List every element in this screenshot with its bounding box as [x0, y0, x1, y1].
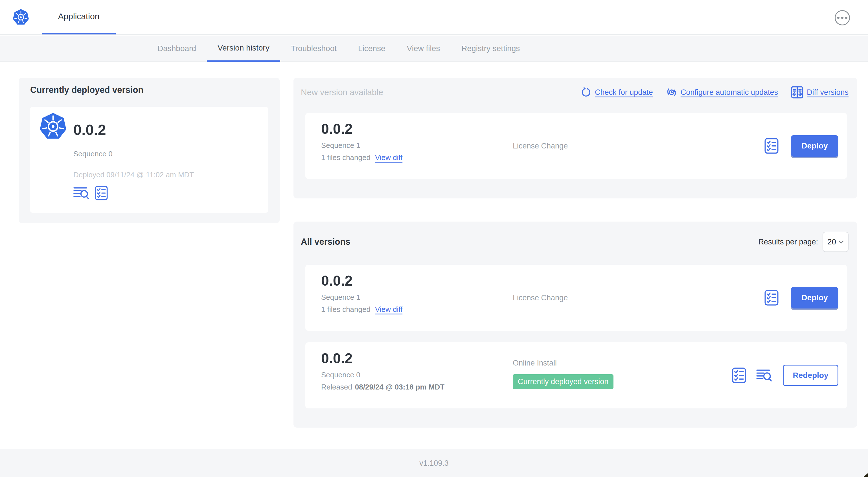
- check-for-update-link[interactable]: Check for update: [581, 87, 653, 98]
- diff-icon: [791, 86, 803, 98]
- app-header: Application: [0, 0, 868, 35]
- app-tab-application[interactable]: Application: [42, 0, 116, 34]
- new-version-card: 0.0.2 Sequence 1 1 files changed View di…: [305, 113, 847, 179]
- version-row: 0.0.2 Sequence 0 Released 08/29/24 @ 03:…: [305, 342, 847, 409]
- deployed-version-number: 0.0.2: [73, 121, 106, 138]
- refresh-icon: [581, 87, 591, 98]
- version-row: 0.0.2 Sequence 1 1 files changed View di…: [305, 265, 847, 331]
- version-number: 0.0.2: [321, 350, 444, 367]
- tab-license[interactable]: License: [347, 35, 396, 62]
- install-type-label: Online Install: [513, 359, 614, 367]
- redeploy-button[interactable]: Redeploy: [783, 365, 838, 386]
- files-changed-label: 1 files changed: [321, 153, 371, 162]
- sequence-label: Sequence 1: [321, 141, 402, 150]
- deployed-timestamp: Deployed 09/11/24 @ 11:02 am MDT: [73, 171, 194, 179]
- cursor-artifact: [864, 473, 868, 477]
- new-version-panel: New version available Check for update C…: [293, 78, 857, 199]
- more-options-button[interactable]: [835, 10, 850, 25]
- release-notes-icon: [732, 367, 746, 383]
- view-diff-link[interactable]: View diff: [375, 153, 402, 162]
- results-per-page-value: 20: [827, 237, 836, 246]
- view-logs-button[interactable]: [756, 369, 773, 382]
- files-changed-label: 1 files changed: [321, 305, 371, 314]
- currently-deployed-panel: Currently deployed version 0.0.2 Sequenc…: [19, 78, 280, 223]
- app-tab-label: Application: [58, 11, 100, 21]
- chevron-down-icon: [839, 240, 844, 244]
- release-notes-button[interactable]: [732, 367, 746, 383]
- tab-view-files[interactable]: View files: [396, 35, 451, 62]
- ellipsis-icon: [837, 17, 839, 19]
- results-per-page-select[interactable]: 20: [823, 232, 848, 252]
- deployed-sequence-label: Sequence 0: [73, 150, 113, 158]
- version-number: 0.0.2: [321, 121, 402, 137]
- release-notes-icon: [765, 138, 779, 154]
- app-footer: v1.109.3: [0, 449, 868, 477]
- tab-troubleshoot[interactable]: Troubleshoot: [280, 35, 347, 62]
- clock-refresh-icon: [666, 87, 677, 98]
- all-versions-panel: All versions Results per page: 20 0.0.2 …: [293, 221, 857, 427]
- view-logs-button[interactable]: [73, 186, 90, 200]
- view-diff-link[interactable]: View diff: [375, 305, 402, 314]
- currently-deployed-title: Currently deployed version: [30, 85, 143, 95]
- release-notes-button[interactable]: [95, 186, 108, 200]
- release-notes-icon: [765, 290, 779, 306]
- results-per-page-label: Results per page:: [758, 238, 818, 246]
- change-type-label: License Change: [513, 142, 568, 150]
- currently-deployed-badge: Currently deployed version: [513, 374, 614, 389]
- kubernetes-app-icon: [39, 111, 67, 142]
- deploy-button[interactable]: Deploy: [791, 287, 838, 308]
- version-number: 0.0.2: [321, 273, 402, 289]
- logs-icon: [756, 369, 773, 382]
- tab-version-history[interactable]: Version history: [207, 35, 280, 62]
- change-type-label: License Change: [513, 294, 568, 302]
- kubernetes-logo-icon: [12, 8, 29, 27]
- release-notes-icon: [95, 186, 108, 200]
- footer-version: v1.109.3: [419, 459, 449, 468]
- logs-icon: [73, 186, 90, 200]
- tab-dashboard[interactable]: Dashboard: [147, 35, 207, 62]
- new-version-title: New version available: [301, 88, 383, 97]
- currently-deployed-card: 0.0.2 Sequence 0 Deployed 09/11/24 @ 11:…: [30, 107, 268, 213]
- released-timestamp: Released 08/29/24 @ 03:18 pm MDT: [321, 383, 444, 391]
- release-notes-button[interactable]: [765, 138, 779, 154]
- sequence-label: Sequence 0: [321, 370, 444, 379]
- diff-versions-link[interactable]: Diff versions: [791, 86, 848, 98]
- secondary-nav: Dashboard Version history Troubleshoot L…: [0, 35, 868, 62]
- all-versions-title: All versions: [301, 237, 350, 247]
- release-notes-button[interactable]: [765, 290, 779, 306]
- deploy-button[interactable]: Deploy: [791, 135, 838, 157]
- sequence-label: Sequence 1: [321, 293, 402, 302]
- configure-automatic-updates-link[interactable]: Configure automatic updates: [666, 87, 778, 98]
- tab-registry-settings[interactable]: Registry settings: [451, 35, 530, 62]
